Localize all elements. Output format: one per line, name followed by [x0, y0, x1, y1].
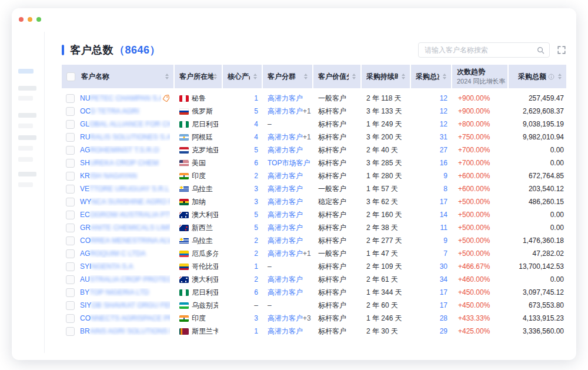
row-checkbox[interactable]	[66, 224, 75, 232]
zoom-button[interactable]	[36, 17, 41, 22]
segment-link[interactable]: 高潜力客户	[268, 223, 303, 233]
tag-icon[interactable]	[162, 95, 170, 102]
customer-name-link[interactable]: WYNCA SUNSHINE AGRO PRODU...	[80, 198, 170, 206]
segment-link[interactable]: 高潜力客户	[268, 236, 303, 246]
purchase-count[interactable]: 29	[440, 327, 447, 335]
search-icon[interactable]	[537, 46, 544, 54]
purchase-count[interactable]: 14	[440, 211, 447, 219]
purchase-count[interactable]: 30	[440, 262, 447, 271]
sidebar-skeleton-item[interactable]	[18, 182, 33, 187]
row-checkbox[interactable]	[66, 301, 75, 310]
close-button[interactable]	[19, 17, 24, 22]
sort-icon[interactable]	[253, 74, 257, 79]
sort-icon[interactable]	[165, 74, 169, 79]
row-checkbox[interactable]	[66, 275, 75, 284]
customer-name-link[interactable]: GRANITE CHEMICALS LIMITED	[80, 224, 170, 232]
column-header-duration[interactable]: 采购持续时间	[362, 65, 411, 88]
core-products-count[interactable]: 4	[254, 120, 258, 128]
customer-name-link[interactable]: SIYOB SHAVKAT ORGU FERMERX...	[80, 301, 170, 309]
column-header-core[interactable]: 核心产品	[223, 65, 263, 88]
purchase-count[interactable]: 28	[440, 314, 447, 322]
sidebar-skeleton-item[interactable]	[18, 124, 33, 128]
select-all-checkbox[interactable]	[66, 72, 75, 81]
core-products-count[interactable]: 5	[254, 146, 258, 154]
customer-name-link[interactable]: CONNECTS AGRISPACE PRIVATE ...	[80, 314, 170, 322]
customer-name-link[interactable]: AGROQUIM C LTDA	[80, 249, 170, 258]
sidebar-skeleton-item[interactable]	[18, 157, 33, 162]
purchase-count[interactable]: 7	[443, 249, 447, 258]
row-checkbox[interactable]	[66, 262, 75, 271]
segment-link[interactable]: 高潜力客户	[268, 94, 303, 104]
customer-name-link[interactable]: GLOBAL ALLIANCE FOR CHEMICA...	[80, 120, 170, 128]
column-header-segment[interactable]: 客户分群	[263, 65, 313, 88]
core-products-count[interactable]: 3	[254, 198, 258, 206]
purchase-count[interactable]: 11	[440, 224, 447, 232]
customer-name-link[interactable]: SYINGENTA S.A	[80, 262, 170, 271]
core-products-count[interactable]: 2	[254, 236, 258, 245]
segment-link[interactable]: 高潜力客户	[268, 106, 303, 116]
core-products-count[interactable]: 3	[254, 185, 258, 193]
row-checkbox[interactable]	[66, 198, 75, 206]
search-input[interactable]	[423, 45, 533, 55]
row-checkbox[interactable]	[66, 107, 75, 116]
sidebar-skeleton-item[interactable]	[18, 146, 33, 151]
column-header-name[interactable]: 客户名称	[62, 65, 175, 88]
core-products-count[interactable]: 2	[254, 275, 258, 284]
core-products-count[interactable]: 1	[254, 262, 258, 271]
row-checkbox[interactable]	[66, 249, 75, 258]
core-products-count[interactable]: 5	[254, 107, 258, 115]
segment-link[interactable]: 高潜力客户	[268, 197, 303, 207]
customer-name-link[interactable]: NUPETEC CHAMPAN S.A.C	[80, 94, 161, 102]
sidebar-skeleton-item[interactable]	[18, 135, 36, 140]
row-checkbox[interactable]	[66, 120, 75, 129]
customer-name-link[interactable]: BYTOP NIGERIA LTD	[80, 288, 170, 296]
core-products-count[interactable]: 3	[254, 314, 258, 322]
core-products-count[interactable]: 1	[254, 327, 258, 335]
sidebar-skeleton-item[interactable]	[18, 86, 36, 91]
segment-link[interactable]: 高潜力客户	[268, 171, 303, 181]
customer-name-link[interactable]: SHUREKA CROP CHEM	[80, 159, 170, 167]
segment-link[interactable]: 高潜力客户	[268, 184, 303, 194]
customer-name-link[interactable]: BRAINS AGRI SOLUTIONS PVTLTD	[80, 327, 170, 335]
customer-name-link[interactable]: KRISH NAGAYAN	[80, 172, 170, 180]
sort-icon[interactable]	[443, 74, 446, 79]
segment-link[interactable]: 高潜力客户	[268, 314, 303, 324]
customer-name-link[interactable]: AUSTRALIA CROP PROTECTIONP...	[80, 275, 170, 284]
core-products-count[interactable]: 6	[254, 288, 258, 296]
purchase-count[interactable]: 34	[440, 275, 447, 284]
column-header-count[interactable]: 采购总次数	[411, 65, 452, 88]
core-products-count[interactable]: 4	[254, 133, 258, 141]
row-checkbox[interactable]	[66, 327, 75, 336]
segment-link[interactable]: 高潜力客户	[268, 249, 303, 259]
sidebar-skeleton-item-active[interactable]	[18, 69, 34, 74]
purchase-count[interactable]: 9	[443, 172, 447, 180]
row-checkbox[interactable]	[66, 159, 75, 168]
row-checkbox[interactable]	[66, 288, 75, 297]
core-products-count[interactable]: 5	[254, 211, 258, 219]
core-products-count[interactable]: 1	[254, 94, 258, 102]
sidebar-skeleton-item[interactable]	[18, 172, 36, 176]
purchase-count[interactable]: 31	[440, 133, 447, 141]
segment-link[interactable]: 高潜力客户	[268, 275, 303, 285]
purchase-count[interactable]: 12	[440, 120, 447, 128]
row-checkbox[interactable]	[66, 133, 75, 142]
core-products-count[interactable]: 2	[254, 249, 258, 258]
purchase-count[interactable]: 8	[443, 185, 447, 193]
core-products-count[interactable]: 5	[254, 224, 258, 232]
column-header-trend[interactable]: 次数趋势2024 同比增长率	[452, 65, 509, 88]
customer-name-link[interactable]: VETTORE URUGUAY S.R.L	[80, 185, 170, 193]
sort-icon[interactable]	[213, 74, 217, 79]
purchase-count[interactable]: 17	[440, 288, 447, 296]
row-checkbox[interactable]	[66, 146, 75, 155]
minimize-button[interactable]	[28, 17, 32, 22]
customer-name-link[interactable]: RURALIS SOLUTIONES S.A	[80, 133, 170, 141]
purchase-count[interactable]: 27	[440, 146, 447, 154]
fullscreen-expand-icon[interactable]	[557, 46, 566, 54]
purchase-count[interactable]: 17	[440, 198, 447, 206]
core-products-count[interactable]: 2	[254, 172, 258, 180]
row-checkbox[interactable]	[66, 314, 75, 323]
sidebar-skeleton-item[interactable]	[18, 96, 33, 101]
customer-name-link[interactable]: ECOGROW AUSTRALIA PTY LIMITED	[80, 211, 170, 219]
customer-name-link[interactable]: AGROHEMINST T.S.R.O	[80, 146, 170, 154]
row-checkbox[interactable]	[66, 236, 75, 245]
